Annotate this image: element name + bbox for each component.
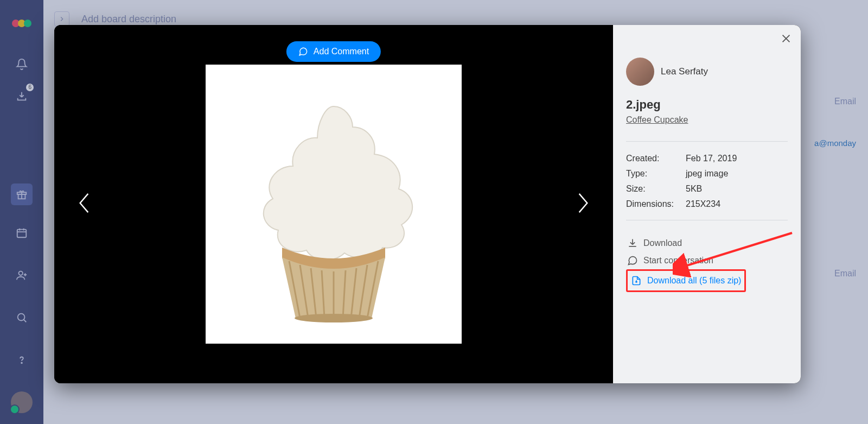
file-metadata: Created: Feb 17, 2019 Type: jpeg image S… [626, 154, 788, 209]
column-label: Email [834, 269, 856, 279]
uploader-avatar[interactable] [626, 58, 654, 86]
meta-dim-value: 215X234 [686, 199, 788, 209]
uploader-name: Lea Serfaty [661, 66, 708, 77]
file-name: 2.jpeg [626, 98, 788, 112]
close-icon [780, 33, 792, 45]
chevron-right-icon [575, 191, 591, 215]
download-icon [627, 238, 638, 249]
prev-button[interactable] [76, 191, 92, 217]
file-download-icon [631, 275, 642, 286]
file-image [206, 65, 462, 344]
divider [626, 220, 788, 220]
file-item-link[interactable]: Coffee Cupcake [626, 115, 688, 125]
comment-icon [298, 47, 308, 56]
divider [626, 141, 788, 142]
download-label: Download [643, 238, 682, 248]
meta-created-label: Created: [626, 154, 686, 163]
help-icon[interactable] [11, 349, 33, 371]
collapse-toggle[interactable] [54, 11, 69, 27]
start-conversation-label: Start conversation [643, 256, 713, 265]
inbox-icon[interactable]: 6 [11, 86, 33, 107]
board-description-placeholder[interactable]: Add board description [81, 14, 176, 25]
svg-point-15 [295, 314, 373, 322]
file-details-panel: Lea Serfaty 2.jpeg Coffee Cupcake Create… [613, 25, 801, 383]
add-comment-button[interactable]: Add Comment [286, 41, 381, 62]
preview-area: Add Comment [54, 25, 613, 383]
svg-point-4 [18, 314, 25, 321]
start-conversation-action[interactable]: Start conversation [626, 252, 788, 269]
app-sidebar: 6 [0, 0, 43, 424]
conversation-icon [627, 255, 638, 266]
uploader-row: Lea Serfaty [626, 58, 788, 86]
meta-type-value: jpeg image [686, 169, 788, 179]
column-label: Email [834, 97, 856, 106]
chevron-left-icon [76, 191, 92, 215]
email-cell[interactable]: a@monday [814, 138, 856, 148]
meta-created-value: Feb 17, 2019 [686, 154, 788, 163]
calendar-icon[interactable] [11, 222, 33, 244]
close-button[interactable] [780, 33, 792, 47]
gift-icon[interactable] [11, 183, 33, 205]
meta-type-label: Type: [626, 169, 686, 179]
search-icon[interactable] [11, 307, 33, 328]
notifications-icon[interactable] [11, 53, 33, 75]
app-logo [12, 12, 31, 31]
annotation-highlight: Download all (5 files zip) [626, 269, 746, 292]
download-all-label: Download all (5 files zip) [647, 276, 741, 286]
file-preview-modal: Add Comment [54, 25, 801, 383]
user-avatar[interactable] [11, 391, 33, 413]
meta-dim-label: Dimensions: [626, 199, 686, 209]
svg-rect-2 [17, 230, 27, 238]
invite-icon[interactable] [11, 264, 33, 286]
next-button[interactable] [575, 191, 591, 217]
inbox-badge: 6 [26, 84, 34, 91]
add-comment-label: Add Comment [314, 47, 369, 56]
meta-size-value: 5KB [686, 184, 788, 194]
svg-point-3 [19, 271, 23, 275]
download-all-action[interactable]: Download all (5 files zip) [630, 272, 742, 289]
meta-size-label: Size: [626, 184, 686, 194]
download-action[interactable]: Download [626, 235, 788, 252]
svg-point-5 [21, 363, 22, 364]
